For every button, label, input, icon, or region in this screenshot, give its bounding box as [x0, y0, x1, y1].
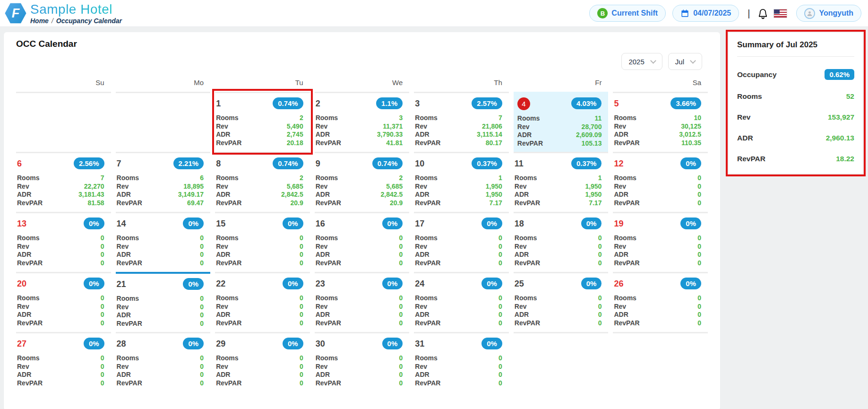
day-header: 21.1%	[316, 97, 403, 110]
metric-row-rooms: Rooms7	[17, 174, 104, 183]
calendar-empty-cell	[514, 332, 609, 392]
metric-value: 0	[399, 319, 403, 328]
calendar-day-6[interactable]: 62.56%Rooms7Rev22,270ADR3,181.43RevPAR81…	[16, 152, 111, 212]
calendar-day-2[interactable]: 21.1%Rooms3Rev11,371ADR3,790.33RevPAR41.…	[315, 92, 410, 152]
shift-badge-icon: B	[597, 8, 608, 18]
occupancy-percent-badge: 0%	[84, 218, 104, 229]
calendar-day-15[interactable]: 150%Rooms0Rev0ADR0RevPAR0	[215, 212, 310, 272]
day-header: 190%	[614, 218, 701, 230]
metric-row-rev: Rev0	[17, 303, 104, 311]
calendar-day-12[interactable]: 120%Rooms0Rev0ADR0RevPAR0	[613, 152, 708, 212]
calendar-week-row: 270%Rooms0Rev0ADR0RevPAR0280%Rooms0Rev0A…	[16, 332, 708, 392]
summary-value: 2,960.13	[826, 134, 854, 142]
day-number: 13	[17, 218, 26, 230]
calendar-day-17[interactable]: 170%Rooms0Rev0ADR0RevPAR0	[414, 212, 509, 272]
calendar-day-24[interactable]: 240%Rooms0Rev0ADR0RevPAR0	[414, 272, 509, 332]
metric-row-revpar: RevPAR69.47	[117, 199, 204, 208]
metric-label: RevPAR	[316, 319, 341, 328]
metric-value: 7.17	[589, 199, 602, 208]
metric-value: 0	[399, 371, 403, 379]
calendar-day-31[interactable]: 310%Rooms0Rev0ADR0RevPAR0	[414, 332, 509, 392]
calendar-day-27[interactable]: 270%Rooms0Rev0ADR0RevPAR0	[16, 332, 111, 392]
calendar-day-10[interactable]: 100.37%Rooms1Rev1,950ADR1,950RevPAR7.17	[414, 152, 509, 212]
metric-row-rooms: Rooms6	[117, 174, 204, 183]
language-flag-us-icon[interactable]	[774, 9, 787, 17]
metric-value: 0	[399, 294, 403, 303]
metric-label: Rooms	[515, 234, 537, 243]
calendar-day-13[interactable]: 130%Rooms0Rev0ADR0RevPAR0	[16, 212, 111, 272]
metric-value: 0	[399, 251, 403, 259]
metric-label: Rev	[117, 303, 129, 312]
user-menu-pill[interactable]: Yongyuth	[796, 5, 861, 22]
metric-value: 110.35	[681, 139, 701, 148]
day-header: 160%	[316, 218, 403, 230]
metric-value: 105.13	[582, 139, 602, 148]
calendar-day-8[interactable]: 80.74%Rooms2Rev5,685ADR2,842.5RevPAR20.9	[215, 152, 310, 212]
metric-value: 0	[399, 234, 403, 243]
metric-row-revpar: RevPAR0	[316, 319, 403, 328]
calendar-day-7[interactable]: 72.21%Rooms6Rev18,895ADR3,149.17RevPAR69…	[116, 152, 211, 212]
metric-value: 0	[697, 319, 701, 328]
metric-row-revpar: RevPAR0	[117, 379, 204, 388]
day-number: 16	[316, 218, 325, 230]
calendar-day-9[interactable]: 90.74%Rooms2Rev5,685ADR2,842.5RevPAR20.9	[315, 152, 410, 212]
day-number: 25	[515, 278, 524, 290]
calendar-day-26[interactable]: 260%Rooms0Rev0ADR0RevPAR0	[613, 272, 708, 332]
calendar-day-28[interactable]: 280%Rooms0Rev0ADR0RevPAR0	[116, 332, 211, 392]
occupancy-percent-badge: 0%	[283, 338, 303, 349]
day-header: 170%	[415, 218, 502, 230]
calendar-day-3[interactable]: 32.57%Rooms7Rev21,806ADR3,115.14RevPAR80…	[414, 92, 509, 152]
metric-value: 0	[300, 311, 303, 319]
metric-row-rev: Rev1,950	[415, 183, 502, 191]
month-select[interactable]: Jul	[668, 53, 702, 70]
metric-value: 2,842.5	[381, 191, 403, 199]
year-select-value: 2025	[628, 58, 644, 66]
metric-label: RevPAR	[316, 199, 341, 208]
calendar-day-4[interactable]: 44.03%Rooms11Rev28,700ADR2,609.09RevPAR1…	[514, 92, 609, 152]
occupancy-percent-badge: 1.1%	[376, 97, 403, 109]
current-shift-pill[interactable]: B Current Shift	[589, 5, 666, 22]
occupancy-percent-badge: 0%	[382, 278, 403, 289]
calendar-day-5[interactable]: 53.66%Rooms10Rev30,125ADR3,012.5RevPAR11…	[613, 92, 708, 152]
year-select[interactable]: 2025	[621, 53, 662, 70]
calendar-day-16[interactable]: 160%Rooms0Rev0ADR0RevPAR0	[315, 212, 410, 272]
calendar-day-18[interactable]: 180%Rooms0Rev0ADR0RevPAR0	[514, 212, 609, 272]
occupancy-percent-badge: 0%	[680, 278, 701, 289]
metric-label: Rev	[614, 303, 626, 311]
current-shift-label: Current Shift	[611, 9, 658, 17]
calendar-day-23[interactable]: 230%Rooms0Rev0ADR0RevPAR0	[315, 272, 410, 332]
metric-label: RevPAR	[117, 259, 142, 268]
day-header: 300%	[316, 338, 403, 350]
metric-row-rooms: Rooms2	[216, 114, 303, 122]
calendar-day-22[interactable]: 220%Rooms0Rev0ADR0RevPAR0	[215, 272, 310, 332]
day-header: 72.21%	[117, 157, 204, 170]
metric-label: Rev	[415, 183, 427, 191]
metric-row-rooms: Rooms0	[614, 294, 701, 303]
calendar-day-20[interactable]: 200%Rooms0Rev0ADR0RevPAR0	[16, 272, 111, 332]
metric-row-adr: ADR1,950	[415, 191, 502, 199]
calendar-day-11[interactable]: 110.37%Rooms1Rev1,950ADR1,950RevPAR7.17	[514, 152, 609, 212]
breadcrumb-home[interactable]: Home	[30, 17, 49, 25]
metric-row-rev: Rev0	[415, 243, 502, 251]
metric-label: Rev	[316, 183, 328, 191]
metric-value: 20.18	[287, 139, 303, 148]
metric-label: RevPAR	[117, 199, 142, 208]
metric-value: 2	[300, 114, 303, 122]
calendar-day-14[interactable]: 140%Rooms0Rev0ADR0RevPAR0	[116, 212, 211, 272]
notifications-bell-icon[interactable]	[757, 8, 768, 19]
calendar-day-21[interactable]: 210%Rooms0Rev0ADR0RevPAR0	[116, 272, 211, 332]
metric-label: Rooms	[614, 234, 636, 243]
metric-label: Rooms	[415, 174, 437, 183]
metric-value: 0	[498, 243, 502, 251]
calendar-day-25[interactable]: 250%Rooms0Rev0ADR0RevPAR0	[514, 272, 609, 332]
metric-value: 0	[697, 251, 701, 259]
calendar-day-29[interactable]: 290%Rooms0Rev0ADR0RevPAR0	[215, 332, 310, 392]
occupancy-percent-badge: 0%	[581, 278, 602, 289]
business-date-pill[interactable]: 04/07/2025	[672, 5, 739, 22]
metric-row-rev: Rev0	[316, 363, 403, 371]
metric-value: 0	[200, 320, 204, 328]
calendar-day-19[interactable]: 190%Rooms0Rev0ADR0RevPAR0	[613, 212, 708, 272]
calendar-day-1[interactable]: 10.74%Rooms2Rev5,490ADR2,745RevPAR20.18	[215, 92, 310, 152]
metric-row-rev: Rev5,685	[316, 183, 403, 191]
calendar-day-30[interactable]: 300%Rooms0Rev0ADR0RevPAR0	[315, 332, 410, 392]
